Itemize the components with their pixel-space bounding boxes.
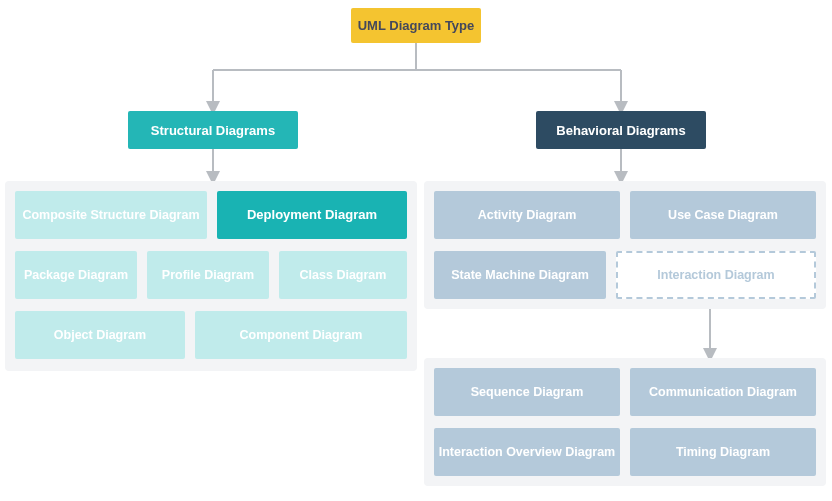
node-sequence: Sequence Diagram xyxy=(434,368,620,416)
node-label: Deployment Diagram xyxy=(247,206,377,224)
root-node: UML Diagram Type xyxy=(351,8,481,43)
node-label: Activity Diagram xyxy=(478,207,577,224)
node-label: Interaction Diagram xyxy=(657,268,774,282)
behavioral-header: Behavioral Diagrams xyxy=(536,111,706,149)
node-interaction: Interaction Diagram xyxy=(616,251,816,299)
node-label: Timing Diagram xyxy=(676,444,770,461)
node-class: Class Diagram xyxy=(279,251,407,299)
node-usecase: Use Case Diagram xyxy=(630,191,816,239)
node-label: Communication Diagram xyxy=(649,384,797,401)
node-object: Object Diagram xyxy=(15,311,185,359)
node-statemachine: State Machine Diagram xyxy=(434,251,606,299)
node-deployment: Deployment Diagram xyxy=(217,191,407,239)
node-label: Object Diagram xyxy=(54,327,146,344)
node-composite-structure: Composite Structure Diagram xyxy=(15,191,207,239)
structural-header: Structural Diagrams xyxy=(128,111,298,149)
node-label: Composite Structure Diagram xyxy=(22,207,199,224)
node-label: Profile Diagram xyxy=(162,267,254,284)
node-label: Interaction Overview Diagram xyxy=(439,444,615,461)
node-interaction-overview: Interaction Overview Diagram xyxy=(434,428,620,476)
node-label: State Machine Diagram xyxy=(451,267,589,284)
node-component: Component Diagram xyxy=(195,311,407,359)
interaction-panel: Sequence Diagram Communication Diagram I… xyxy=(424,358,826,486)
behavioral-panel: Activity Diagram Use Case Diagram State … xyxy=(424,181,826,309)
node-profile: Profile Diagram xyxy=(147,251,269,299)
node-activity: Activity Diagram xyxy=(434,191,620,239)
node-label: Class Diagram xyxy=(300,267,387,284)
node-label: Component Diagram xyxy=(240,327,363,344)
node-label: Package Diagram xyxy=(24,267,128,284)
structural-panel: Composite Structure Diagram Deployment D… xyxy=(5,181,417,371)
node-timing: Timing Diagram xyxy=(630,428,816,476)
node-label: Use Case Diagram xyxy=(668,207,778,224)
root-label: UML Diagram Type xyxy=(358,18,475,33)
behavioral-header-label: Behavioral Diagrams xyxy=(556,123,685,138)
node-communication: Communication Diagram xyxy=(630,368,816,416)
node-label: Sequence Diagram xyxy=(471,384,584,401)
node-package: Package Diagram xyxy=(15,251,137,299)
structural-header-label: Structural Diagrams xyxy=(151,123,275,138)
